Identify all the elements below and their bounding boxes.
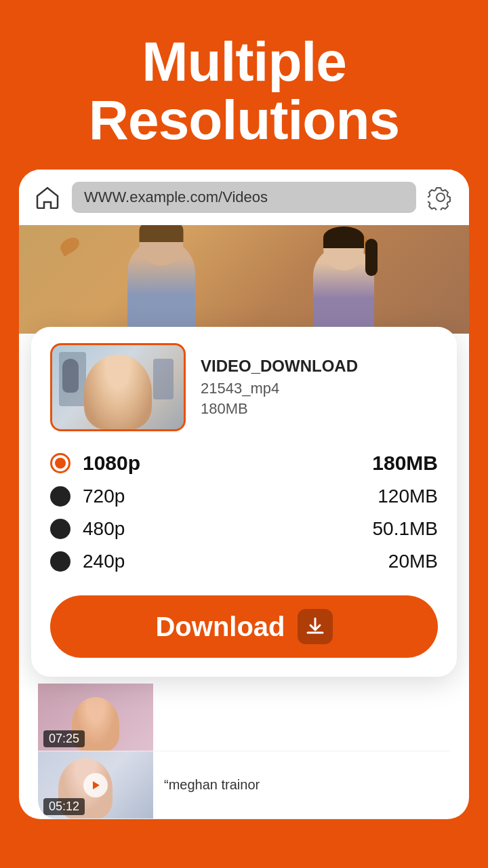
video-name: VIDEO_DOWNLOAD xyxy=(201,357,438,376)
bottom-item-title-2: “meghan trainor xyxy=(153,768,450,802)
resolution-item-1080p[interactable]: 1080p 180MB xyxy=(50,446,438,480)
bottom-thumb-2: 05:12 xyxy=(38,751,153,819)
bottom-item-title-1 xyxy=(153,708,450,727)
thumb-duration-1: 07:25 xyxy=(43,730,85,747)
url-bar[interactable]: WWW.example.com/Videos xyxy=(72,182,416,213)
radio-1080p[interactable] xyxy=(50,453,70,473)
resolution-label-720p: 720p xyxy=(83,486,365,507)
video-info-row: VIDEO_DOWNLOAD 21543_mp4 180MB xyxy=(50,343,438,431)
video-meta: VIDEO_DOWNLOAD 21543_mp4 180MB xyxy=(201,357,438,418)
resolution-size-240p: 20MB xyxy=(388,551,438,572)
resolution-item-240p[interactable]: 240p 20MB xyxy=(50,545,438,578)
resolution-item-720p[interactable]: 720p 120MB xyxy=(50,480,438,513)
video-thumbnail xyxy=(50,343,186,431)
url-text: WWW.example.com/Videos xyxy=(84,189,268,205)
play-button-icon[interactable] xyxy=(83,773,108,797)
title-line2: Resolutions xyxy=(89,89,399,151)
thumb-bg-right xyxy=(153,359,174,399)
page-title: Multiple Resolutions xyxy=(27,33,461,149)
video-meta-size: 180MB xyxy=(201,400,438,418)
resolution-item-480p[interactable]: 480p 50.1MB xyxy=(50,513,438,545)
radio-480p[interactable] xyxy=(50,519,70,539)
video-banner xyxy=(19,225,469,334)
resolution-size-480p: 50.1MB xyxy=(373,518,439,540)
resolution-label-1080p: 1080p xyxy=(83,452,360,475)
video-file: 21543_mp4 xyxy=(201,380,438,397)
thumb-duration-2: 05:12 xyxy=(43,798,85,815)
bottom-video-list: 07:25 05:12 “meghan trainor xyxy=(38,684,450,819)
download-button[interactable]: Download xyxy=(50,595,438,658)
banner-people xyxy=(19,225,469,334)
title-line1: Multiple xyxy=(142,31,346,92)
list-item[interactable]: 07:25 xyxy=(38,684,450,751)
header: Multiple Resolutions xyxy=(0,0,488,170)
settings-icon[interactable] xyxy=(426,182,455,212)
resolution-label-240p: 240p xyxy=(83,551,376,572)
radio-720p[interactable] xyxy=(50,486,70,507)
browser-topbar: WWW.example.com/Videos xyxy=(19,170,469,225)
download-button-label: Download xyxy=(155,612,285,642)
resolution-size-1080p: 180MB xyxy=(372,452,438,475)
bottom-thumb-1: 07:25 xyxy=(38,684,153,751)
resolution-label-480p: 480p xyxy=(83,518,361,540)
svg-marker-0 xyxy=(93,781,100,789)
resolution-list: 1080p 180MB 720p 120MB 480p 50.1MB 240p … xyxy=(50,446,438,578)
browser-card: WWW.example.com/Videos xyxy=(19,170,469,819)
radio-240p[interactable] xyxy=(50,551,70,572)
download-popup: VIDEO_DOWNLOAD 21543_mp4 180MB 1080p 180… xyxy=(31,327,457,677)
home-icon[interactable] xyxy=(33,182,62,212)
list-item[interactable]: 05:12 “meghan trainor xyxy=(38,751,450,819)
resolution-size-720p: 120MB xyxy=(378,486,438,507)
thumb-person xyxy=(84,355,152,429)
download-icon xyxy=(298,609,333,644)
